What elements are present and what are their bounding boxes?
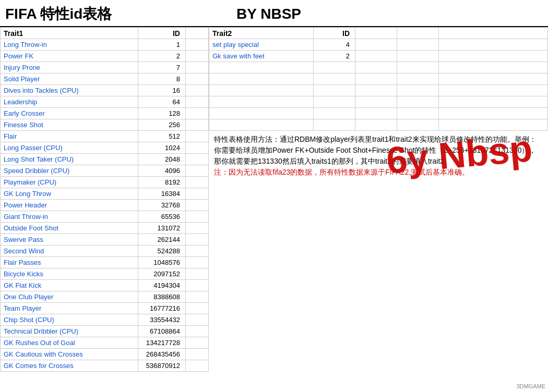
trait2-name: Gk save with feet [209, 51, 314, 62]
table-row: GK Cautious with Crosses 268435456 [1, 349, 209, 360]
table-row: Long Passer (CPU) 1024 [1, 142, 209, 154]
trait1-name: Flair [1, 131, 138, 142]
table-row: Team Player 16777216 [1, 303, 209, 314]
trait2-id [314, 119, 355, 131]
trait1-name: Power Header [1, 200, 138, 211]
trait1-name: Technical Dribbler (CPU) [1, 326, 138, 337]
table-row [209, 62, 548, 74]
right-area: Trait2 ID set play special 4 Gk save wit… [209, 27, 548, 181]
table-row: set play special 4 [209, 39, 548, 51]
table-row: GK Flat Kick 4194304 [1, 280, 209, 291]
trait1-id: 65536 [138, 211, 185, 223]
trait2-col2-header: ID [314, 28, 355, 39]
table-row: Early Crosser 128 [1, 108, 209, 119]
table-row: Bicycle Kicks 2097152 [1, 268, 209, 280]
table-row: Finesse Shot 256 [1, 119, 209, 131]
table-row: Speed Dribbler (CPU) 4096 [1, 165, 209, 177]
trait1-name: GK Flat Kick [1, 280, 138, 291]
trait1-id: 67108864 [138, 326, 185, 337]
page-container: FIFA 特性id表格 BY NBSP Trait1 ID Long Throw… [0, 0, 548, 392]
trait1-id: 8192 [138, 177, 185, 188]
trait1-col2-header: ID [138, 28, 185, 39]
trait2-name [209, 108, 314, 119]
trait1-name: Leadership [1, 96, 138, 108]
trait1-id: 131072 [138, 223, 185, 234]
trait1-name: Long Throw-in [1, 39, 138, 51]
trait1-id: 4194304 [138, 280, 185, 291]
trait1-name: Speed Dribbler (CPU) [1, 165, 138, 177]
trait2-name: set play special [209, 39, 314, 51]
trait1-name: Long Shot Taker (CPU) [1, 154, 138, 165]
trait1-id: 134217728 [138, 337, 185, 349]
table-row: GK Long Throw 16384 [1, 188, 209, 200]
trait1-id: 8388608 [138, 291, 185, 303]
trait1-id: 16 [138, 85, 185, 96]
trait1-name: Giant Throw-in [1, 211, 138, 223]
trait1-name: One Club Player [1, 291, 138, 303]
trait1-id: 32768 [138, 200, 185, 211]
table-row: Long Shot Taker (CPU) 2048 [1, 154, 209, 165]
trait1-table: Trait1 ID Long Throw-in 1 Power FK 2 Inj… [0, 27, 209, 372]
trait1-name: Chip Shot (CPU) [1, 314, 138, 326]
trait1-id: 268435456 [138, 349, 185, 360]
table-row [209, 119, 548, 131]
trait1-name: Bicycle Kicks [1, 268, 138, 280]
table-row: Flair Passes 1048576 [1, 257, 209, 268]
table-row: Giant Throw-in 65536 [1, 211, 209, 223]
trait2-id [314, 96, 355, 108]
table-row: Dives into Tackles (CPU) 16 [1, 85, 209, 96]
description-box: 特性表格使用方法：通过RDBM修改player列表里trait1和trait2来… [209, 131, 543, 181]
table-row: Gk save with feet 2 [209, 51, 548, 62]
tables-row: Trait1 ID Long Throw-in 1 Power FK 2 Inj… [0, 27, 548, 372]
trait1-name: Finesse Shot [1, 119, 138, 131]
trait2-name [209, 119, 314, 131]
table-row: Flair 512 [1, 131, 209, 142]
trait1-name: GK Comes for Crosses [1, 360, 138, 372]
trait1-name: GK Rushes Out of Goal [1, 337, 138, 349]
trait2-id [314, 74, 355, 85]
table-row [209, 108, 548, 119]
trait1-id: 524288 [138, 246, 185, 257]
table-row: Outside Foot Shot 131072 [1, 223, 209, 234]
table-row: Technical Dribbler (CPU) 67108864 [1, 326, 209, 337]
table-row: Power Header 32768 [1, 200, 209, 211]
trait1-name: Early Crosser [1, 108, 138, 119]
trait1-id: 16384 [138, 188, 185, 200]
trait1-id: 512 [138, 131, 185, 142]
trait1-name: Power FK [1, 51, 138, 62]
trait2-id: 2 [314, 51, 355, 62]
table-row: Solid Player 8 [1, 74, 209, 85]
site-logo: 3DMGAME [516, 383, 545, 389]
trait2-name [209, 74, 314, 85]
trait1-id: 16777216 [138, 303, 185, 314]
trait1-name: Swerve Pass [1, 234, 138, 246]
trait1-id: 8 [138, 74, 185, 85]
trait2-id [314, 108, 355, 119]
trait2-id [314, 62, 355, 74]
description-main: 特性表格使用方法：通过RDBM修改player列表里trait1和trait2来… [214, 134, 538, 167]
table-row: GK Rushes Out of Goal 134217728 [1, 337, 209, 349]
trait1-name: GK Long Throw [1, 188, 138, 200]
table-row: Second Wind 524288 [1, 246, 209, 257]
trait1-id: 33554432 [138, 314, 185, 326]
table-row: Swerve Pass 262144 [1, 234, 209, 246]
trait2-id: 4 [314, 39, 355, 51]
trait1-col1-header: Trait1 [1, 28, 138, 39]
header-title-left: FIFA 特性id表格 [5, 4, 236, 24]
trait1-id: 1048576 [138, 257, 185, 268]
header: FIFA 特性id表格 BY NBSP [0, 0, 548, 27]
trait1-id: 262144 [138, 234, 185, 246]
trait1-id: 64 [138, 96, 185, 108]
trait1-id: 2048 [138, 154, 185, 165]
table-row [209, 74, 548, 85]
trait2-id [314, 85, 355, 96]
table-row: Playmaker (CPU) 8192 [1, 177, 209, 188]
table-row: Long Throw-in 1 [1, 39, 209, 51]
trait1-name: Injury Prone [1, 62, 138, 74]
trait1-id: 536870912 [138, 360, 185, 372]
table-row: One Club Player 8388608 [1, 291, 209, 303]
trait1-name: GK Cautious with Crosses [1, 349, 138, 360]
trait1-id: 4096 [138, 165, 185, 177]
trait1-id: 128 [138, 108, 185, 119]
trait1-name: Outside Foot Shot [1, 223, 138, 234]
